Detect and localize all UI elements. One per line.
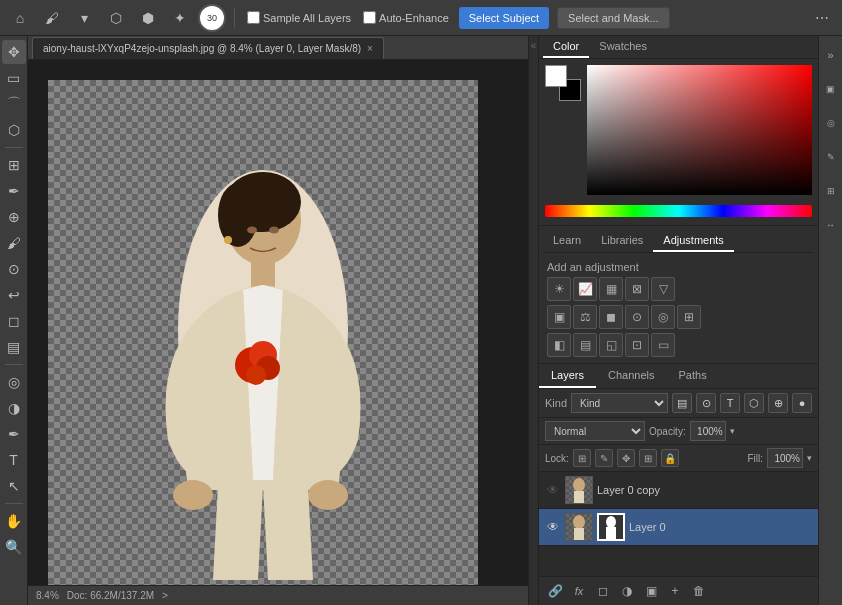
auto-enhance-checkbox[interactable]: Auto-Enhance <box>363 11 449 24</box>
lock-pos-btn[interactable]: ✥ <box>617 449 635 467</box>
tab-color[interactable]: Color <box>543 36 589 58</box>
path-select[interactable]: ↖ <box>2 474 26 498</box>
layer-icon-filter2[interactable]: ⊙ <box>696 393 716 413</box>
canvas-scroll[interactable] <box>28 60 528 585</box>
history-tool[interactable]: ↩ <box>2 283 26 307</box>
colorbalance-adj-icon[interactable]: ⚖ <box>573 305 597 329</box>
brush-tool[interactable]: 🖌 <box>38 4 66 32</box>
opacity-input[interactable] <box>690 421 726 441</box>
hand-tool[interactable]: ✋ <box>2 509 26 533</box>
type-tool[interactable]: T <box>2 448 26 472</box>
add-layer-btn[interactable]: + <box>665 581 685 601</box>
layer-icon-filter4[interactable]: ⬡ <box>744 393 764 413</box>
layer-visibility-1[interactable]: 👁 <box>545 519 561 535</box>
crop-tool[interactable]: ⊞ <box>2 153 26 177</box>
home-button[interactable]: ⌂ <box>6 4 34 32</box>
tab-libraries[interactable]: Libraries <box>591 230 653 252</box>
kind-select[interactable]: Kind <box>571 393 668 413</box>
auto-enhance-input[interactable] <box>363 11 376 24</box>
brightness-adj-icon[interactable]: ☀ <box>547 277 571 301</box>
mask-icon-btn[interactable]: ◻ <box>593 581 613 601</box>
sample-all-layers-checkbox[interactable]: Sample All Layers <box>247 11 351 24</box>
photofilter-adj-icon[interactable]: ⊙ <box>625 305 649 329</box>
arrow-indicator[interactable]: > <box>162 590 168 601</box>
magic-tool[interactable]: ✦ <box>166 4 194 32</box>
panel-icon-2[interactable]: ◎ <box>821 108 841 138</box>
panel-icon-5[interactable]: ↔ <box>821 210 841 240</box>
sample-all-layers-input[interactable] <box>247 11 260 24</box>
select-mask-button[interactable]: Select and Mask... <box>557 7 670 29</box>
tab-paths[interactable]: Paths <box>667 364 719 388</box>
exposure-adj-icon[interactable]: ⊠ <box>625 277 649 301</box>
healing-tool[interactable]: ⊕ <box>2 205 26 229</box>
blur-tool[interactable]: ◎ <box>2 370 26 394</box>
zoom-tool[interactable]: 🔍 <box>2 535 26 559</box>
layer-mask-1[interactable] <box>597 513 625 541</box>
hue-bar[interactable] <box>545 205 812 217</box>
gradient-tool[interactable]: ▤ <box>2 335 26 359</box>
brush-size-indicator[interactable]: 30 <box>198 4 226 32</box>
pen-tool[interactable]: ✒ <box>2 422 26 446</box>
panel-collapse-handle[interactable]: « <box>528 36 538 605</box>
tab-swatches[interactable]: Swatches <box>589 36 657 58</box>
threshold-adj-icon[interactable]: ◱ <box>599 333 623 357</box>
more-options-button[interactable]: ⋯ <box>808 4 836 32</box>
panel-icon-1[interactable]: ▣ <box>821 74 841 104</box>
invert-adj-icon[interactable]: ◧ <box>547 333 571 357</box>
chain-icon-btn[interactable]: 🔗 <box>545 581 565 601</box>
document-tab[interactable]: aiony-haust-lXYxqP4zejo-unsplash.jpg @ 8… <box>32 37 384 59</box>
layer-icon-filter6[interactable]: ● <box>792 393 812 413</box>
layer-item-1[interactable]: 👁 Layer 0 <box>539 509 818 546</box>
vibrance-adj-icon[interactable]: ▽ <box>651 277 675 301</box>
group-icon-btn[interactable]: ▣ <box>641 581 661 601</box>
lasso-select[interactable]: ⌒ <box>2 92 26 116</box>
quick-select[interactable]: ⬡ <box>2 118 26 142</box>
dodge-tool[interactable]: ◑ <box>2 396 26 420</box>
adjustment-icon-btn[interactable]: ◑ <box>617 581 637 601</box>
fg-bg-boxes[interactable] <box>545 65 581 101</box>
selective-color-adj-icon[interactable]: ▭ <box>651 333 675 357</box>
select-subject-button[interactable]: Select Subject <box>459 7 549 29</box>
bw-adj-icon[interactable]: ◼ <box>599 305 623 329</box>
tab-channels[interactable]: Channels <box>596 364 666 388</box>
selection-tool[interactable]: ▭ <box>2 66 26 90</box>
delete-layer-btn[interactable]: 🗑 <box>689 581 709 601</box>
collapse-right-icon[interactable]: » <box>821 40 841 70</box>
layer-item-0[interactable]: 👁 Layer 0 copy <box>539 472 818 509</box>
posterize-adj-icon[interactable]: ▤ <box>573 333 597 357</box>
layer-visibility-0[interactable]: 👁 <box>545 482 561 498</box>
tool-dropdown[interactable]: ▾ <box>70 4 98 32</box>
gradient-map-adj-icon[interactable]: ⊡ <box>625 333 649 357</box>
fill-input[interactable] <box>767 448 803 468</box>
lock-all-btn[interactable]: 🔒 <box>661 449 679 467</box>
channelmixer-adj-icon[interactable]: ◎ <box>651 305 675 329</box>
color-gradient-picker[interactable] <box>587 65 812 195</box>
lock-pixels-btn[interactable]: ⊞ <box>573 449 591 467</box>
opacity-arrow[interactable]: ▾ <box>730 426 735 436</box>
tab-close-button[interactable]: × <box>367 43 373 54</box>
hsl-adj-icon[interactable]: ▣ <box>547 305 571 329</box>
layer-icon-filter3[interactable]: T <box>720 393 740 413</box>
eyedropper-tool[interactable]: ✒ <box>2 179 26 203</box>
layer-icon-filter1[interactable]: ▤ <box>672 393 692 413</box>
tab-adjustments[interactable]: Adjustments <box>653 230 734 252</box>
panel-icon-4[interactable]: ⊞ <box>821 176 841 206</box>
blend-mode-select[interactable]: Normal <box>545 421 645 441</box>
foreground-color-box[interactable] <box>545 65 567 87</box>
move-tool[interactable]: ✥ <box>2 40 26 64</box>
polygon-tool[interactable]: ⬢ <box>134 4 162 32</box>
clone-tool[interactable]: ⊙ <box>2 257 26 281</box>
fx-icon-btn[interactable]: fx <box>569 581 589 601</box>
curves-adj-icon[interactable]: 📈 <box>573 277 597 301</box>
tab-layers[interactable]: Layers <box>539 364 596 388</box>
lasso-tool[interactable]: ⬡ <box>102 4 130 32</box>
layer-icon-filter5[interactable]: ⊕ <box>768 393 788 413</box>
panel-icon-3[interactable]: ✎ <box>821 142 841 172</box>
levels-adj-icon[interactable]: ▦ <box>599 277 623 301</box>
fill-arrow[interactable]: ▾ <box>807 453 812 463</box>
brush-tool-side[interactable]: 🖌 <box>2 231 26 255</box>
lock-brush-btn[interactable]: ✎ <box>595 449 613 467</box>
colorgrid-adj-icon[interactable]: ⊞ <box>677 305 701 329</box>
eraser-tool[interactable]: ◻ <box>2 309 26 333</box>
lock-artboard-btn[interactable]: ⊞ <box>639 449 657 467</box>
